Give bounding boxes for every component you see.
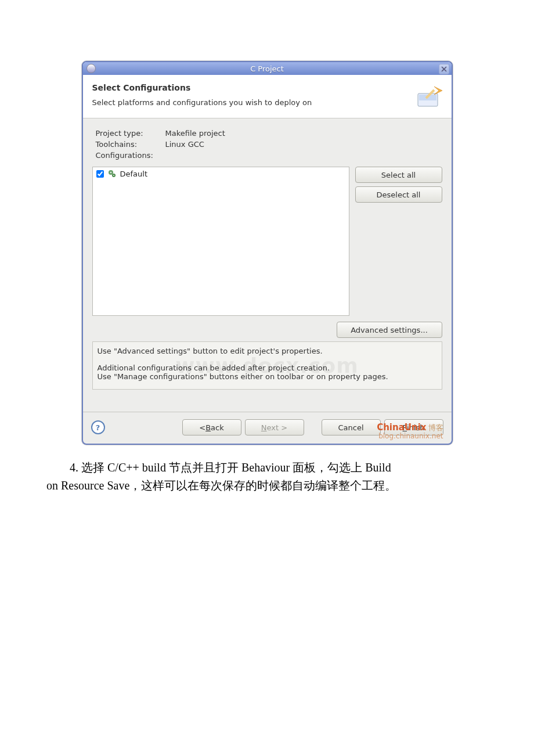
label-project-type: Project type: xyxy=(96,129,165,138)
label-toolchains: Toolchains: xyxy=(96,140,165,149)
banner-heading: Select Configurations xyxy=(92,83,312,92)
deselect-all-label: Deselect all xyxy=(377,190,421,199)
back-button[interactable]: < Back xyxy=(182,419,241,435)
select-all-button[interactable]: Select all xyxy=(355,167,442,183)
app-icon xyxy=(86,64,96,73)
footer-separator xyxy=(83,412,452,412)
note-line-3: Use "Manage configurations" buttons eith… xyxy=(98,372,437,381)
project-info-grid: Project type: Makefile project Toolchain… xyxy=(96,129,442,160)
finish-mnemonic: F xyxy=(403,423,407,432)
cancel-label: Cancel xyxy=(338,423,363,432)
note-line-2: Additional configurations can be added a… xyxy=(98,363,437,372)
close-button[interactable] xyxy=(439,64,449,74)
dialog-title: C Project xyxy=(83,64,452,73)
back-mnemonic: B xyxy=(205,423,211,432)
config-item-label: Default xyxy=(120,170,148,178)
label-configurations: Configurations: xyxy=(96,151,165,160)
caption-line-2: on Resource Save，这样可以在每次保存的时候都自动编译整个工程。 xyxy=(46,479,396,492)
cancel-button[interactable]: Cancel xyxy=(322,419,381,435)
config-side-buttons: Select all Deselect all xyxy=(355,167,442,203)
wizard-icon xyxy=(417,83,442,109)
advanced-settings-button[interactable]: Advanced settings... xyxy=(337,322,442,338)
deselect-all-button[interactable]: Deselect all xyxy=(355,186,442,203)
banner-text: Select Configurations Select platforms a… xyxy=(92,83,312,107)
value-toolchains: Linux GCC xyxy=(165,140,442,149)
config-item-default[interactable]: Default xyxy=(93,167,349,180)
config-checkbox-default[interactable] xyxy=(96,170,104,178)
banner-subtext: Select platforms and configurations you … xyxy=(92,98,312,107)
titlebar[interactable]: C Project xyxy=(83,62,452,75)
advanced-row: Advanced settings... xyxy=(92,322,442,338)
svg-point-9 xyxy=(113,175,114,176)
advanced-settings-label: Advanced settings... xyxy=(351,326,428,334)
help-icon: ? xyxy=(96,423,100,432)
svg-marker-4 xyxy=(434,87,442,95)
gears-icon xyxy=(107,169,117,178)
dialog-footer: ? < Back Next > Cancel Finish ChinaUnix博… xyxy=(83,415,452,444)
caption-line-1: 4. 选择 C/C++ build 节点并且打开 Behaviour 面板，勾选… xyxy=(46,459,488,477)
configurations-row: Default Select all Deselect all xyxy=(92,167,442,316)
document-page: C Project Select Configurations Select p… xyxy=(0,0,534,756)
help-button[interactable]: ? xyxy=(91,420,105,434)
caption-paragraph: 4. 选择 C/C++ build 节点并且打开 Behaviour 面板，勾选… xyxy=(46,459,488,495)
next-button[interactable]: Next > xyxy=(245,419,304,435)
select-all-label: Select all xyxy=(381,171,416,179)
wizard-content: Project type: Makefile project Toolchain… xyxy=(83,118,452,415)
configurations-list[interactable]: Default xyxy=(92,167,349,316)
wizard-banner: Select Configurations Select platforms a… xyxy=(83,75,452,118)
footer-buttonbar: < Back Next > Cancel Finish xyxy=(182,419,443,435)
note-line-1: Use "Advanced settings" button to edit p… xyxy=(98,347,437,355)
value-project-type: Makefile project xyxy=(165,129,442,138)
svg-point-7 xyxy=(110,172,111,174)
next-mnemonic: N xyxy=(261,423,267,432)
close-icon xyxy=(441,66,447,72)
wizard-dialog: C Project Select Configurations Select p… xyxy=(82,61,453,445)
finish-button[interactable]: Finish xyxy=(384,419,443,435)
note-box: www.docx.com Use "Advanced settings" but… xyxy=(92,341,442,390)
